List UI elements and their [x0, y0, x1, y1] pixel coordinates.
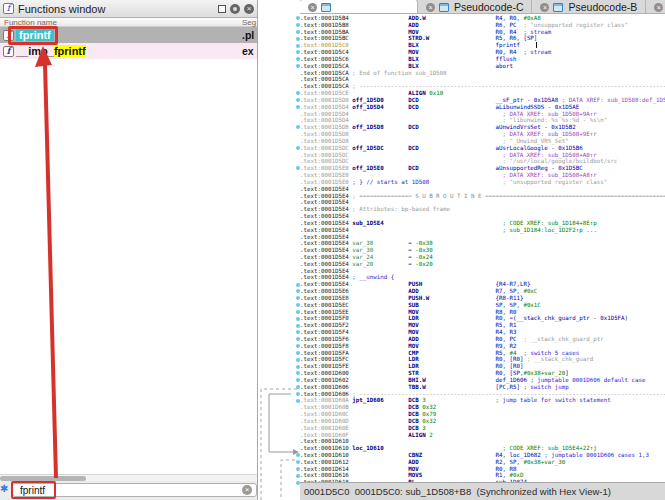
disassembly-listing[interactable]: .text:0001D5B4 ADD.W R4, R0, #0xA8.text:…	[300, 14, 665, 482]
asm-line[interactable]: .text:0001D5BA MOV R0, R4 ; stream	[300, 29, 665, 36]
asm-line[interactable]: .text:0001D5E4	[300, 213, 665, 220]
asm-line[interactable]: .text:0001D5D4 ; DATA XREF: sub_1D508+9A…	[300, 111, 665, 118]
close-tab-icon[interactable]: ×	[308, 3, 317, 12]
asm-line[interactable]: .text:0001D5F8 MOV R9, R2	[300, 343, 665, 350]
asm-line[interactable]: .text:0001D610 CBNZ R4, loc_1D682 ; jump…	[300, 452, 665, 459]
asm-line[interactable]: .text:0001D5F6 ADD R0, PC ; __stack_chk_…	[300, 336, 665, 343]
asm-line[interactable]: .text:0001D60F ALIGN 2	[300, 432, 665, 439]
asm-line[interactable]: .text:0001D616 MOVS R1, #0xD	[300, 472, 665, 479]
detach-window-button[interactable]	[230, 4, 240, 14]
asm-line[interactable]: .text:0001D610 loc_1D610 ; CODE XREF: su…	[300, 445, 665, 452]
asm-line[interactable]: .text:0001D5C6 BLX fflush	[300, 56, 665, 63]
function-name-prefix: __imp_	[16, 45, 54, 57]
asm-line[interactable]: .text:0001D5EE MOV R8, R0	[300, 309, 665, 316]
functions-window-titlebar[interactable]: f Functions window ×	[0, 0, 257, 18]
function-item-icon: f	[3, 46, 14, 57]
asm-line[interactable]: .text:0001D5E4	[300, 234, 665, 241]
asm-line[interactable]: .text:0001D5E6 ADD R7, SP, #0xC	[300, 288, 665, 295]
asm-line[interactable]: .text:0001D5B4 ADD.W R4, R0, #0xA8	[300, 15, 665, 22]
asm-line[interactable]: .text:0001D5D4 off_1D5D4 DCD aLibunwindS…	[300, 104, 665, 111]
asm-line[interactable]: .text:0001D5FE LDR R0, [R0]	[300, 363, 665, 370]
asm-line[interactable]: .text:0001D5E4 sub_1D5E4 ; CODE XREF: su…	[300, 220, 665, 227]
asm-line[interactable]: .text:0001D5E4 var_38 = -0x38	[300, 240, 665, 247]
function-row-imp-fprintf[interactable]: f __imp_fprintf ex	[0, 43, 257, 59]
restore-window-button[interactable]	[218, 5, 226, 13]
tab-label: Pseudocode-C	[454, 1, 523, 13]
status-text: 0001D5C0 0001D5C0: sub_1D508+B8 (Synchro…	[304, 486, 611, 497]
asm-line[interactable]: .text:0001D5E0 ; } // starts at 1D508 ; …	[300, 179, 665, 186]
asm-line[interactable]: .text:0001D5CA ; End of function sub_1D5…	[300, 70, 665, 77]
asm-line[interactable]: .text:0001D5D4 ; "libunwind: %s %s:%d - …	[300, 117, 665, 124]
text-cursor	[536, 42, 537, 48]
asm-line[interactable]: .text:0001D60E DCB 3	[300, 425, 665, 432]
asm-line[interactable]: .text:0001D5E4 ; Attributes: bp-based fr…	[300, 206, 665, 213]
asm-line[interactable]: .text:0001D5E4 PUSH {R4-R7,LR}	[300, 281, 665, 288]
asm-line[interactable]: .text:0001D5E4 ; =============== S U B R…	[300, 193, 665, 200]
asm-line[interactable]: .text:0001D5CA ; -----------------------…	[300, 83, 665, 90]
asm-line[interactable]: .text:0001D5F4 MOV R4, R3	[300, 329, 665, 336]
view-tab-Pseudocode-C[interactable]: ×Pseudocode-C	[418, 0, 532, 14]
asm-line[interactable]: .text:0001D5DC ; "/usr/local/google/buil…	[300, 158, 665, 165]
close-window-button[interactable]: ×	[244, 4, 254, 14]
asm-line[interactable]: .text:0001D5E4 var_30 = -0x30	[300, 247, 665, 254]
asm-line[interactable]: .text:0001D5D8 ; DATA XREF: sub_1D508+9E…	[300, 131, 665, 138]
asm-line[interactable]: .text:0001D5B8 ADD R6, PC ; "unsupported…	[300, 22, 665, 29]
asm-line[interactable]: .text:0001D5E4 var_24 = -0x24	[300, 254, 665, 261]
asm-line[interactable]: .text:0001D5D8 ; "_Unwind_VRS_Set"	[300, 138, 665, 145]
close-tab-icon[interactable]: ×	[426, 3, 435, 12]
close-tab-icon[interactable]: ×	[654, 3, 663, 12]
column-segment[interactable]: Seg	[242, 18, 256, 27]
view-tabbar: ××Pseudocode-C×Pseudocode-B×	[300, 0, 665, 14]
annotation-box-function-row	[8, 26, 58, 45]
asm-line[interactable]: .text:0001D5C4 MOV R0, R4 ; stream	[300, 49, 665, 56]
asm-line[interactable]: .text:0001D5CA BLX abort	[300, 63, 665, 70]
asm-line[interactable]: .text:0001D5F0 LDR R0, =(__stack_chk_gua…	[300, 315, 665, 322]
close-tab-icon[interactable]: ×	[540, 3, 549, 12]
asm-line[interactable]: .text:0001D5E0 off_1D5E0 DCD aUnsupporte…	[300, 165, 665, 172]
asm-line[interactable]: .text:0001D5DC off_1D5DC DCD aUsrLocalGo…	[300, 145, 665, 152]
status-bar: 0001D5C0 0001D5C0: sub_1D508+B8 (Synchro…	[300, 482, 665, 500]
annotation-arrow	[0, 44, 80, 480]
annotation-box-filter	[11, 481, 56, 499]
function-window-icon: f	[3, 3, 14, 14]
asm-line[interactable]: .text:0001D614 MOV R0, R8	[300, 466, 665, 473]
asm-line[interactable]: .text:0001D5E4	[300, 199, 665, 206]
asm-line[interactable]: .text:0001D5BC STRD.W R5, R6, [SP]	[300, 35, 665, 42]
clear-filter-icon[interactable]: ×	[242, 485, 252, 495]
asm-line[interactable]: .text:0001D5F2 MOV R5, R1	[300, 322, 665, 329]
view-tab-3[interactable]: ×	[646, 0, 665, 14]
asm-line[interactable]: .text:0001D5E8 PUSH.W {R8-R11}	[300, 295, 665, 302]
asm-line[interactable]: .text:0001D5E4 ; sub_1D184:loc_1D2F2↑p .…	[300, 227, 665, 234]
view-tab-Pseudocode-B[interactable]: ×Pseudocode-B	[532, 0, 646, 14]
asm-line[interactable]: .text:0001D5E0 ; DATA XREF: sub_1D508+A8…	[300, 172, 665, 179]
asm-line[interactable]: .text:0001D5EC SUB SP, SP, #0x1C	[300, 302, 665, 309]
asm-line[interactable]: .text:0001D602 BHI.W def_1D606 ; jumptab…	[300, 377, 665, 384]
filter-settings-icon[interactable]: ✱	[0, 483, 8, 494]
asm-line[interactable]: .text:0001D5FA CMP R5, #4 ; switch 5 cas…	[300, 350, 665, 357]
horizontal-scrollbar[interactable]	[0, 474, 257, 481]
segment-value: ex	[242, 45, 258, 57]
asm-line[interactable]: .text:0001D606 TBB.W [PC,R5] ; switch ju…	[300, 384, 665, 391]
asm-line[interactable]: .text:0001D5E4 ; __unwind {	[300, 274, 665, 281]
asm-line[interactable]: .text:0001D5FC LDR R0, [R0] ; __stack_ch…	[300, 356, 665, 363]
asm-line[interactable]: .text:0001D5D8 off_1D5D8 DCD aUnwindVrsS…	[300, 124, 665, 131]
view-tab-0[interactable]: ×	[300, 0, 418, 14]
asm-line[interactable]: .text:0001D60D DCB 0x32	[300, 418, 665, 425]
asm-line[interactable]: .text:0001D610	[300, 438, 665, 445]
asm-line[interactable]: .text:0001D5CE ALIGN 0x10	[300, 90, 665, 97]
asm-line[interactable]: .text:0001D60A jpt_1D606 DCB 3 ; jump ta…	[300, 397, 665, 404]
asm-line[interactable]: .text:0001D5E4	[300, 186, 665, 193]
asm-line[interactable]: .text:0001D5E4 var_20 = -0x20	[300, 261, 665, 268]
asm-line[interactable]: .text:0001D5C0 BLX fprintf	[300, 42, 665, 49]
function-name-match: fprintf	[54, 45, 86, 57]
asm-line[interactable]: .text:0001D60C DCB 0x79	[300, 411, 665, 418]
asm-line[interactable]: .text:0001D612 ADD R2, SP, #0x38+var_30	[300, 459, 665, 466]
asm-line[interactable]: .text:0001D5E4	[300, 268, 665, 275]
asm-line[interactable]: .text:0001D600 STR R0, [SP,#0x38+var_20]	[300, 370, 665, 377]
line-marker-dots	[295, 0, 303, 482]
asm-line[interactable]: .text:0001D5D0 off_1D5D0 DCD __sF_ptr - …	[300, 97, 665, 104]
asm-line[interactable]: .text:0001D606 ; -----------------------…	[300, 391, 665, 398]
asm-line[interactable]: .text:0001D5CA	[300, 76, 665, 83]
asm-line[interactable]: .text:0001D60B DCB 0x32	[300, 404, 665, 411]
asm-line[interactable]: .text:0001D5DC ; DATA XREF: sub_1D508+A0…	[300, 152, 665, 159]
